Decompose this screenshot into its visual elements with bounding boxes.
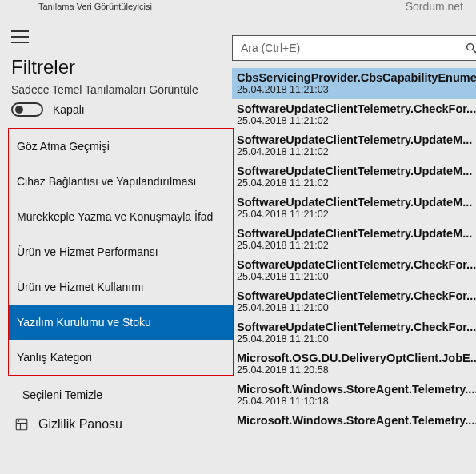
event-item[interactable]: SoftwareUpdateClientTelemetry.CheckFor..… bbox=[232, 255, 476, 286]
svg-point-3 bbox=[18, 420, 19, 422]
filter-item[interactable]: Ürün ve Hizmet Performansı bbox=[9, 234, 233, 269]
event-time: 25.04.2018 11:21:03 bbox=[237, 84, 476, 95]
privacy-dashboard-button[interactable]: Gizlilik Panosu bbox=[11, 409, 232, 432]
right-pane: CbsServicingProvider.CbsCapabilityEnume.… bbox=[232, 16, 476, 474]
filter-item[interactable]: Yanlış Kategori bbox=[9, 340, 233, 375]
event-title: Microsoft.Windows.StoreAgent.Telemetry..… bbox=[237, 383, 476, 396]
event-title: SoftwareUpdateClientTelemetry.CheckFor..… bbox=[237, 102, 476, 115]
event-title: CbsServicingProvider.CbsCapabilityEnume.… bbox=[237, 71, 476, 84]
event-time: 25.04.2018 11:21:02 bbox=[237, 240, 476, 251]
window-title: Tanılama Veri Görüntüleyicisi bbox=[38, 2, 152, 11]
left-pane: Filtreler Sadece Temel Tanılamaları Görü… bbox=[0, 16, 232, 474]
toggle-state-label: Kapalı bbox=[53, 103, 85, 116]
event-time: 25.04.2018 11:21:00 bbox=[237, 333, 476, 345]
search-input[interactable] bbox=[241, 42, 465, 54]
event-item[interactable]: CbsServicingProvider.CbsCapabilityEnume.… bbox=[232, 68, 476, 99]
event-list: CbsServicingProvider.CbsCapabilityEnume.… bbox=[232, 67, 476, 474]
menu-icon[interactable] bbox=[11, 30, 29, 43]
event-item[interactable]: SoftwareUpdateClientTelemetry.UpdateM...… bbox=[232, 224, 476, 255]
search-box[interactable] bbox=[232, 35, 476, 61]
event-title: SoftwareUpdateClientTelemetry.CheckFor..… bbox=[237, 258, 476, 271]
event-time: 25.04.2018 11:21:02 bbox=[237, 146, 476, 157]
svg-point-4 bbox=[467, 44, 474, 50]
basic-only-toggle[interactable] bbox=[11, 102, 43, 117]
brand-watermark: Sordum.net bbox=[406, 0, 463, 13]
event-title: SoftwareUpdateClientTelemetry.UpdateM... bbox=[237, 196, 476, 209]
event-time: 25.04.2018 11:21:02 bbox=[237, 115, 476, 126]
event-item[interactable]: SoftwareUpdateClientTelemetry.CheckFor..… bbox=[232, 317, 476, 349]
event-item[interactable]: Microsoft.OSG.DU.DeliveryOptClient.JobE.… bbox=[232, 349, 476, 380]
svg-line-5 bbox=[473, 50, 476, 53]
event-item[interactable]: Microsoft.Windows.StoreAgent.Telemetry..… bbox=[232, 380, 476, 411]
event-item[interactable]: Microsoft.Windows.StoreAgent.Telemetry..… bbox=[232, 411, 476, 431]
filters-heading: Filtreler bbox=[11, 56, 232, 78]
privacy-dashboard-label: Gizlilik Panosu bbox=[38, 417, 122, 432]
svg-rect-0 bbox=[16, 419, 27, 430]
event-time: 25.04.2018 11:21:02 bbox=[237, 209, 476, 220]
filters-subtitle: Sadece Temel Tanılamaları Görüntüle bbox=[11, 83, 232, 96]
title-bar: Tanılama Veri Görüntüleyicisi Sordum.net bbox=[0, 0, 476, 16]
event-time: 25.04.2018 11:21:02 bbox=[237, 177, 476, 189]
filter-list: Göz Atma GeçmişiCihaz Bağlantısı ve Yapı… bbox=[8, 128, 234, 376]
clear-selection-button[interactable]: Seçileni Temizle bbox=[11, 376, 232, 409]
dashboard-icon bbox=[14, 417, 29, 432]
event-title: Microsoft.OSG.DU.DeliveryOptClient.JobE.… bbox=[237, 352, 476, 364]
filter-item[interactable]: Yazılım Kurulumu ve Stoku bbox=[9, 305, 233, 340]
filter-item[interactable]: Göz Atma Geçmişi bbox=[9, 129, 233, 164]
filter-item[interactable]: Cihaz Bağlantısı ve Yapılandırılması bbox=[9, 164, 233, 199]
event-title: Microsoft.Windows.StoreAgent.Telemetry..… bbox=[237, 414, 476, 427]
event-title: SoftwareUpdateClientTelemetry.UpdateM... bbox=[237, 133, 476, 146]
search-icon[interactable] bbox=[465, 42, 476, 54]
event-title: SoftwareUpdateClientTelemetry.UpdateM... bbox=[237, 165, 476, 177]
event-title: SoftwareUpdateClientTelemetry.CheckFor..… bbox=[237, 289, 476, 302]
filter-item[interactable]: Ürün ve Hizmet Kullanımı bbox=[9, 269, 233, 305]
event-item[interactable]: SoftwareUpdateClientTelemetry.UpdateM...… bbox=[232, 193, 476, 224]
filter-item[interactable]: Mürekkeple Yazma ve Konuşmayla İfad bbox=[9, 199, 233, 234]
event-title: SoftwareUpdateClientTelemetry.UpdateM... bbox=[237, 227, 476, 240]
event-time: 25.04.2018 11:21:00 bbox=[237, 271, 476, 282]
event-item[interactable]: SoftwareUpdateClientTelemetry.CheckFor..… bbox=[232, 286, 476, 317]
event-item[interactable]: SoftwareUpdateClientTelemetry.CheckFor..… bbox=[232, 99, 476, 130]
event-item[interactable]: SoftwareUpdateClientTelemetry.UpdateM...… bbox=[232, 161, 476, 193]
event-item[interactable]: SoftwareUpdateClientTelemetry.UpdateM...… bbox=[232, 130, 476, 161]
event-time: 25.04.2018 11:10:18 bbox=[237, 396, 476, 407]
event-time: 25.04.2018 11:21:00 bbox=[237, 302, 476, 313]
event-title: SoftwareUpdateClientTelemetry.CheckFor..… bbox=[237, 321, 476, 333]
event-time: 25.04.2018 11:20:58 bbox=[237, 364, 476, 376]
